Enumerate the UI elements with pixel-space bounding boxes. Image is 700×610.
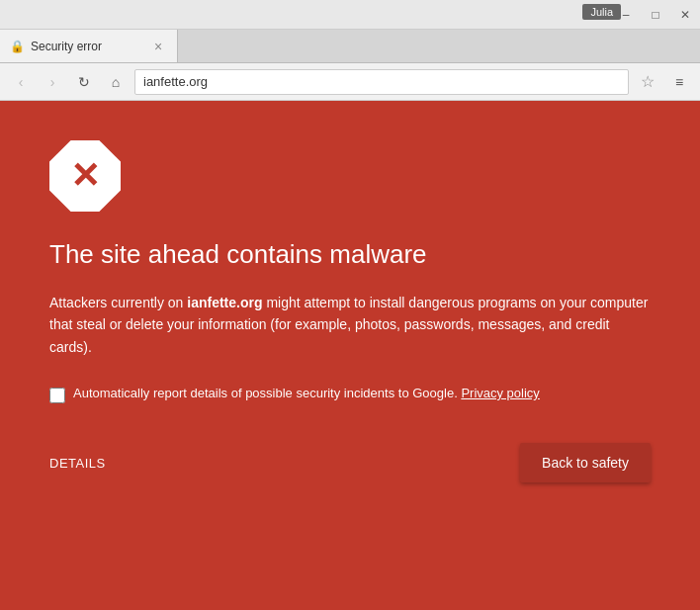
report-checkbox[interactable]	[49, 388, 65, 403]
addressbar: ‹ › ↻ ⌂ ☆ ≡	[0, 63, 700, 101]
window-controls: – □ ✕	[611, 0, 700, 29]
active-tab[interactable]: 🔒 Security error ×	[0, 30, 178, 62]
star-icon: ☆	[641, 72, 655, 91]
back-icon: ‹	[19, 74, 24, 90]
refresh-icon: ↻	[78, 74, 90, 90]
forward-button[interactable]: ›	[40, 69, 65, 95]
forward-icon: ›	[50, 74, 55, 90]
back-button[interactable]: ‹	[8, 69, 34, 95]
actions-row: DETAILS Back to safety	[49, 443, 651, 482]
error-icon-wrap: ✕	[49, 140, 121, 212]
back-to-safety-button[interactable]: Back to safety	[520, 443, 651, 482]
address-input[interactable]	[134, 69, 629, 95]
home-button[interactable]: ⌂	[103, 69, 129, 95]
error-page: ✕ The site ahead contains malware Attack…	[0, 101, 700, 610]
error-x-icon: ✕	[70, 158, 100, 194]
titlebar: Julia – □ ✕	[0, 0, 700, 30]
error-body: Attackers currently on ianfette.org migh…	[49, 292, 651, 358]
checkbox-label-text: Automatically report details of possible…	[73, 386, 461, 400]
new-tab-area	[178, 30, 700, 62]
tab-close-button[interactable]: ×	[149, 38, 167, 55]
checkbox-row: Automatically report details of possible…	[49, 386, 540, 403]
maximize-button[interactable]: □	[641, 0, 670, 30]
menu-icon: ≡	[675, 74, 683, 90]
tab-title: Security error	[31, 40, 143, 53]
close-button[interactable]: ✕	[670, 0, 700, 30]
tab-page-icon: 🔒	[10, 40, 25, 53]
menu-button[interactable]: ≡	[666, 69, 692, 95]
error-icon: ✕	[49, 140, 121, 212]
details-link[interactable]: DETAILS	[49, 456, 106, 471]
bookmark-button[interactable]: ☆	[635, 69, 660, 95]
home-icon: ⌂	[112, 74, 120, 90]
error-body-prefix: Attackers currently on	[49, 295, 187, 310]
error-title: The site ahead contains malware	[49, 239, 427, 270]
error-site: ianfette.org	[187, 295, 262, 310]
refresh-button[interactable]: ↻	[71, 69, 97, 95]
minimize-button[interactable]: –	[611, 0, 641, 30]
privacy-policy-link[interactable]: Privacy policy	[461, 386, 539, 400]
checkbox-label: Automatically report details of possible…	[73, 386, 540, 400]
tabbar: 🔒 Security error ×	[0, 30, 700, 63]
